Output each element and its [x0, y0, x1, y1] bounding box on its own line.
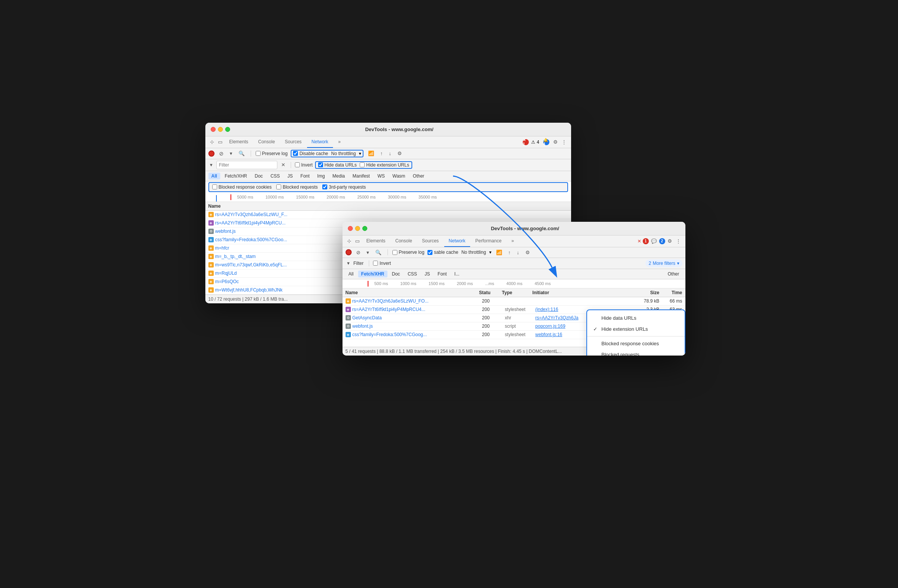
col-name-front: Name — [346, 290, 479, 295]
filter-font-front[interactable]: Font — [435, 271, 450, 277]
filter-fetch-xhr-front[interactable]: Fetch/XHR — [358, 271, 387, 277]
tab-elements-front[interactable]: Elements — [362, 236, 390, 247]
title-bar-back: DevTools - www.google.com/ — [205, 123, 571, 136]
row-status-f4: 200 — [482, 332, 505, 337]
filter-input-back[interactable] — [216, 161, 277, 169]
upload-icon-front[interactable]: ↑ — [507, 249, 512, 256]
tab-sources-front[interactable]: Sources — [418, 236, 443, 247]
filter-img-front[interactable]: I... — [451, 271, 463, 277]
menu-blocked-cookies[interactable]: Blocked response cookies — [587, 338, 685, 349]
tab-network[interactable]: Network — [307, 136, 333, 148]
filter-other-front[interactable]: Other — [664, 271, 682, 277]
col-time-front: Time — [659, 290, 682, 295]
disable-cache-checkbox[interactable]: Disable cache — [293, 151, 328, 156]
error-icon-front: ✕ — [637, 239, 641, 244]
filter-funnel-icon[interactable]: ▾ — [208, 161, 214, 168]
menu-item-label: Hide data URLs — [602, 315, 637, 321]
preserve-log-checkbox-front[interactable]: Preserve log — [392, 250, 424, 255]
filter-manifest[interactable]: Manifest — [349, 173, 373, 179]
filter-js[interactable]: JS — [285, 173, 296, 179]
download-icon[interactable]: ↓ — [387, 150, 393, 157]
blocked-cookies-checkbox[interactable]: Blocked response cookies — [212, 184, 272, 190]
search-icon-front[interactable]: 🔍 — [374, 249, 383, 256]
filter-icon-front[interactable]: ▾ — [365, 249, 371, 256]
third-party-checkbox[interactable]: 3rd-party requests — [322, 184, 366, 190]
settings-icon[interactable]: ⚙ — [552, 138, 559, 146]
cursor-icon-front[interactable]: ⊹ — [346, 237, 353, 245]
table-row[interactable]: ◈ rs=AA2YrTv3Qzh6Ja6eSLzWU_F... — [205, 211, 571, 219]
tab-more[interactable]: » — [334, 136, 346, 148]
cursor-icon[interactable]: ⊹ — [208, 138, 216, 146]
invert-checkbox-front[interactable]: Invert — [373, 261, 391, 266]
close-button-front[interactable] — [348, 226, 353, 231]
maximize-button-front[interactable] — [362, 226, 367, 231]
tab-bar-back: ⊹ ▭ Elements Console Sources Network » ✕… — [205, 136, 571, 148]
wifi-icon[interactable]: 📶 — [367, 150, 376, 157]
invert-checkbox[interactable]: Invert — [295, 162, 313, 168]
clear-button-front[interactable]: ⊘ — [355, 249, 362, 256]
tab-more-front[interactable]: » — [507, 236, 519, 247]
search-icon[interactable]: 🔍 — [237, 150, 246, 157]
filter-ws[interactable]: WS — [375, 173, 388, 179]
filter-funnel-icon-front[interactable]: ▾ — [346, 260, 351, 267]
filter-other[interactable]: Other — [410, 173, 427, 179]
settings-network-icon-front[interactable]: ⚙ — [524, 249, 531, 256]
row-icon-6: ◈ — [208, 262, 214, 268]
device-icon-front[interactable]: ▭ — [354, 237, 361, 245]
clear-button[interactable]: ⊘ — [218, 150, 225, 157]
more-filters-dropdown: Hide data URLs ✓ Hide extension URLs Blo… — [586, 309, 685, 356]
clear-filter-icon[interactable]: ✕ — [280, 161, 287, 168]
record-button[interactable] — [208, 151, 214, 157]
data-url-filter-group: Hide data URLs Hide extension URLs — [315, 161, 412, 169]
filter-fetch-xhr[interactable]: Fetch/XHR — [222, 173, 250, 179]
filter-wasm[interactable]: Wasm — [389, 173, 408, 179]
filter-icon[interactable]: ▾ — [228, 150, 234, 157]
filter-all-front[interactable]: All — [346, 271, 357, 277]
filter-all[interactable]: All — [208, 173, 220, 179]
throttling-dropdown-front[interactable]: No throttling — [461, 250, 486, 255]
menu-blocked-requests[interactable]: Blocked requests — [587, 349, 685, 356]
menu-hide-data-urls[interactable]: Hide data URLs — [587, 312, 685, 324]
filter-font[interactable]: Font — [298, 173, 313, 179]
filter-css-front[interactable]: CSS — [405, 271, 420, 277]
tab-performance-front[interactable]: Performance — [471, 236, 506, 247]
settings-network-icon[interactable]: ⚙ — [396, 150, 403, 157]
tab-console[interactable]: Console — [254, 136, 280, 148]
download-icon-front[interactable]: ↓ — [515, 249, 521, 256]
table-row[interactable]: ◈ rs=AA2YrTv3Qzh6Ja6eSLzWU_FO... 200 78.… — [343, 297, 685, 306]
minimize-button-front[interactable] — [355, 226, 360, 231]
more-filters-button[interactable]: 2 More filters ▾ — [645, 260, 682, 267]
filter-img[interactable]: Img — [314, 173, 328, 179]
minimize-button[interactable] — [218, 127, 223, 132]
upload-icon[interactable]: ↑ — [379, 150, 384, 157]
throttling-dropdown[interactable]: No throttling — [331, 151, 356, 156]
menu-hide-extension-urls[interactable]: ✓ Hide extension URLs — [587, 324, 685, 335]
tab-console-front[interactable]: Console — [391, 236, 417, 247]
tab-sources[interactable]: Sources — [280, 136, 306, 148]
settings-icon-front[interactable]: ⚙ — [666, 237, 674, 245]
disable-cache-checkbox-front[interactable]: sable cache — [427, 250, 458, 255]
error-count-front: 1 — [643, 238, 649, 244]
close-button[interactable] — [211, 127, 216, 132]
device-icon[interactable]: ▭ — [216, 138, 224, 146]
wifi-icon-front[interactable]: 📶 — [495, 249, 504, 256]
record-button-front[interactable] — [346, 249, 352, 255]
tab-elements[interactable]: Elements — [225, 136, 253, 148]
filter-js-front[interactable]: JS — [422, 271, 433, 277]
row-type-f4: stylesheet — [505, 332, 535, 337]
preserve-log-checkbox[interactable]: Preserve log — [256, 151, 288, 156]
row-icon-f0: ◈ — [346, 298, 351, 304]
row-status-f0: 200 — [482, 298, 505, 304]
filter-doc-front[interactable]: Doc — [389, 271, 403, 277]
tab-network-front[interactable]: Network — [444, 236, 470, 247]
hide-extension-urls-checkbox[interactable]: Hide extension URLs — [360, 162, 409, 168]
filter-media[interactable]: Media — [330, 173, 348, 179]
filter-doc[interactable]: Doc — [252, 173, 266, 179]
more-icon[interactable]: ⋮ — [560, 138, 568, 146]
filter-css[interactable]: CSS — [267, 173, 283, 179]
more-icon-front[interactable]: ⋮ — [674, 237, 682, 245]
blocked-requests-checkbox[interactable]: Blocked requests — [276, 184, 318, 190]
maximize-button[interactable] — [225, 127, 230, 132]
timeline-10000: 10000 ms — [259, 195, 290, 199]
hide-data-urls-checkbox[interactable]: Hide data URLs — [318, 162, 357, 168]
